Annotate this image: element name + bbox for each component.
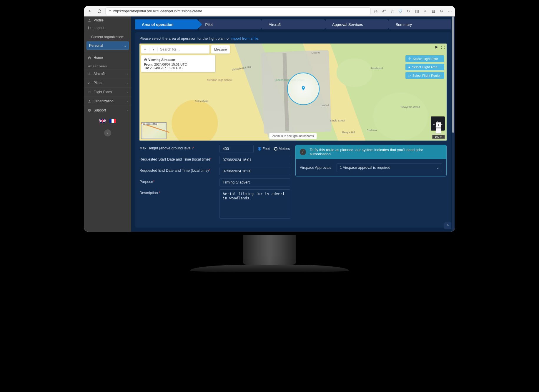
minimap-label: OpenStreetMap [142,123,158,125]
content-scrollbar[interactable] [452,16,454,232]
authorisation-info-panel: i To fly this route as planned, our syst… [295,145,447,176]
shield-icon[interactable]: 🛡 [398,9,403,14]
flag-uk[interactable] [99,119,106,123]
collapse-sidebar-button[interactable]: ‹ [104,129,111,136]
browser-toolbar: https://operatorportal.pre.altitudeangel… [84,6,455,16]
app-icon[interactable]: ▦ [431,9,436,14]
step-aircraft[interactable]: Aircraft [262,19,324,29]
airspace-approvals-label: Airspace Approvals [300,166,331,170]
end-date-label: Requested End Date and Time (local time)… [139,167,216,173]
sidebar-item-flight-plans[interactable]: Flight Plans › [84,87,131,96]
description-input[interactable] [219,189,290,219]
sidebar: Profile Logout Current organization: Per… [84,16,131,232]
wizard-steps: Area of operation Pilot Aircraft Approva… [131,16,455,32]
chevron-down-icon: ⌄ [124,44,126,47]
select-flight-path-button[interactable]: ✈Select Flight Path [405,55,444,62]
step-summary[interactable]: Summary [389,19,451,29]
step-label: Approval Services [332,22,363,27]
select-flight-area-button[interactable]: ●Select Flight Area [405,64,444,70]
map-place-label: Cudham [367,129,377,132]
profile-label: Profile [94,18,128,22]
fullscreen-icon[interactable]: ⛶ [441,45,445,50]
measure-button[interactable]: Measure [211,45,230,54]
chevron-down-icon: ⌄ [437,166,439,169]
zoom-in-button[interactable]: + [436,122,441,128]
more-icon[interactable]: ⋯ [447,9,453,14]
clock-icon: ◷ [144,58,147,61]
step-label: Pilot [205,22,213,27]
sidebar-item-organization[interactable]: Organization › [84,96,131,106]
airspace-approvals-select[interactable]: 1 Airspace approval is required ⌄ [337,163,442,172]
chevron-right-icon: › [127,72,128,76]
filter-icon[interactable]: ▾ [149,47,158,51]
map-place-label: Meridian High School [207,79,232,81]
svg-rect-2 [88,91,91,91]
map-pin-icon [301,86,306,92]
sidebar-item-logout[interactable]: Logout [84,24,131,32]
zoom-out-button[interactable]: − [436,128,441,134]
svg-point-8 [303,87,304,88]
airspace-title: Viewing Airspace [148,58,175,61]
step-area-of-operation[interactable]: Area of operation [135,19,197,29]
favorite-icon[interactable]: ☆ [390,9,395,14]
logout-icon [88,26,91,30]
extensions-icon[interactable]: ✧ [422,9,428,14]
browser-actions: ◎ AA ☆ 🛡 ⟳ ▥ ✧ ▦ ✂ ⋯ [373,9,453,14]
end-date-input[interactable] [219,167,290,175]
map-place-label: Downe [312,51,320,54]
text-size-icon[interactable]: AA [381,9,387,13]
org-header: Current organization: [84,32,131,40]
map-place-label: Newyears Wood [400,106,420,109]
map[interactable]: Downe Luxted Single Street Cudham Hazelw… [139,44,447,141]
flight-area-circle[interactable] [287,73,320,105]
svg-text:?: ? [89,109,90,111]
map-place-label: Single Street [330,119,345,122]
map-search-input[interactable] [158,46,209,53]
chevron-right-icon: › [127,91,128,94]
sidebar-item-profile[interactable]: Profile [84,16,131,24]
sidebar-item-label: Flight Plans [94,90,112,94]
max-height-label: Max Height (above ground level)* [139,145,216,150]
map-place-label: Luxted [321,104,329,107]
flag-icon[interactable]: ⚑ [435,45,438,50]
sidebar-item-support[interactable]: ? Support › [84,106,131,115]
svg-point-1 [89,19,90,20]
airspace-to: 2024/06/07 15:30 UTC [150,66,182,70]
start-date-label: Requested Start Date and Time (local tim… [139,156,216,161]
unit-meters-radio[interactable]: Meters [274,147,290,151]
address-bar[interactable]: https://operatorportal.pre.altitudeangel… [105,7,371,15]
sidebar-item-pilots[interactable]: Pilots › [84,78,131,87]
location-icon[interactable]: ◎ [373,9,378,14]
map-zoom-hint: Zoom in to see: ground hazards [269,133,317,139]
refresh-button[interactable] [96,8,103,15]
map-zoom-controls: + − 500 m [432,122,445,139]
unit-feet-radio[interactable]: Feet [258,147,270,151]
locate-icon[interactable]: ⌖ [141,47,149,51]
start-date-input[interactable] [219,156,290,164]
chevron-right-icon: › [127,100,128,103]
minimap[interactable]: OpenStreetMap [141,122,167,139]
screenshot-icon[interactable]: ✂ [439,9,444,14]
flight-form: Max Height (above ground level)* Feet Me… [139,145,290,219]
select-flight-region-button[interactable]: ▱Select Flight Region [405,72,444,79]
flag-fr[interactable] [109,119,116,123]
org-select[interactable]: Personal ⌄ [86,41,129,50]
scroll-to-top-button[interactable]: ^ [444,222,451,229]
airspace-from: 2024/06/07 15:01 UTC [154,63,187,66]
step-label: Aircraft [269,22,281,27]
max-height-input[interactable] [219,145,254,153]
collections-icon[interactable]: ▥ [414,9,420,14]
sidebar-item-aircraft[interactable]: Aircraft › [84,69,131,78]
map-search-box: ⌖ ▾ [141,45,209,54]
sidebar-item-home[interactable]: Home [84,53,131,62]
back-button[interactable] [86,8,94,15]
chevron-right-icon: › [127,81,128,85]
sidebar-section-header: MY RECORDS [84,62,131,69]
sync-icon[interactable]: ⟳ [406,9,411,14]
map-place-label: Hazelwood [370,67,383,70]
import-file-link[interactable]: import from a file. [231,36,259,41]
airspace-info-panel: ◷Viewing Airspace From: 2024/06/07 15:01… [141,55,215,72]
step-pilot[interactable]: Pilot [199,19,261,29]
purpose-input[interactable] [219,178,290,186]
step-approval[interactable]: Approval Services [326,19,387,29]
